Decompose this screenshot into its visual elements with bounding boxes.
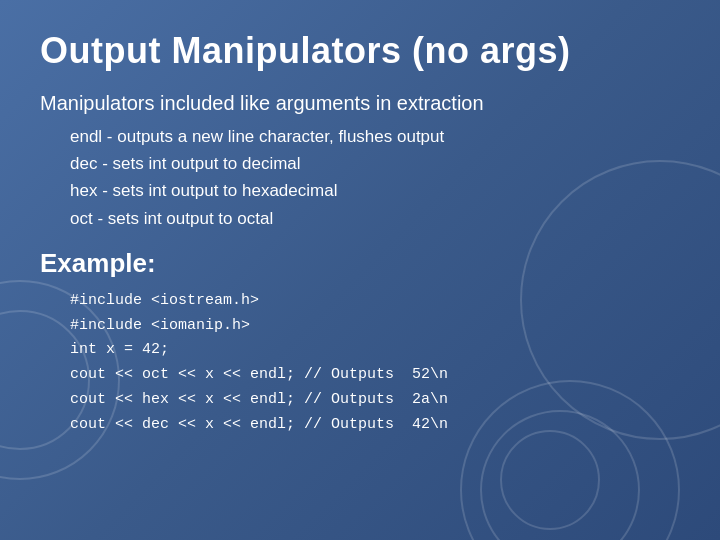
slide-background: Output Manipulators (no args) Manipulato… [0,0,720,540]
bullet-item-oct: oct - sets int output to octal [70,205,680,232]
code-line-2: #include <iomanip.h> [70,314,680,339]
slide-subtitle: Manipulators included like arguments in … [40,92,680,115]
bullet-item-hex: hex - sets int output to hexadecimal [70,177,680,204]
code-line-4: cout << oct << x << endl; // Outputs 52\… [70,363,680,388]
code-line-6: cout << dec << x << endl; // Outputs 42\… [70,413,680,438]
slide-title: Output Manipulators (no args) [40,30,680,72]
example-label: Example: [40,248,680,279]
bullet-item-dec: dec - sets int output to decimal [70,150,680,177]
code-line-3: int x = 42; [70,338,680,363]
code-line-5: cout << hex << x << endl; // Outputs 2a\… [70,388,680,413]
bullet-item-endl: endl - outputs a new line character, flu… [70,123,680,150]
code-block: #include <iostream.h> #include <iomanip.… [70,289,680,438]
code-line-1: #include <iostream.h> [70,289,680,314]
bullet-list: endl - outputs a new line character, flu… [70,123,680,232]
deco-circle-3 [500,430,600,530]
